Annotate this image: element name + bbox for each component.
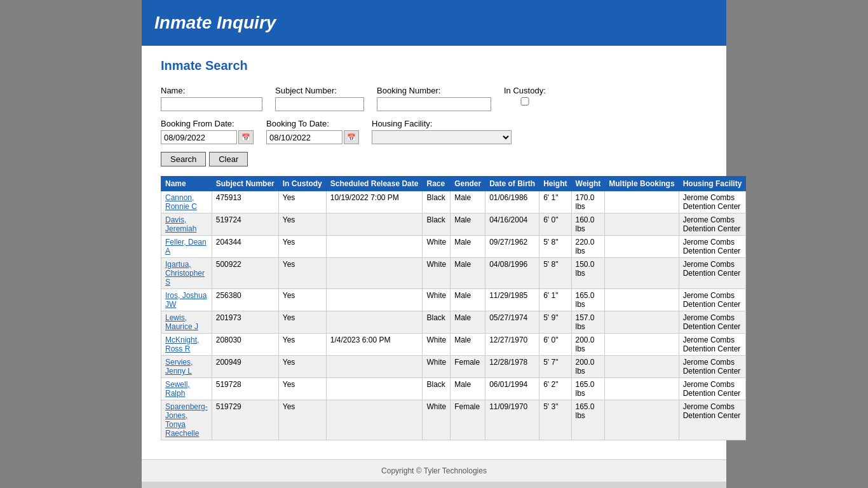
- housing-container: Housing Facility: Jerome Combs Detention…: [372, 119, 512, 144]
- cell-multiple-bookings: [605, 311, 679, 334]
- name-label: Name:: [161, 86, 262, 95]
- cell-gender: Male: [451, 334, 485, 356]
- cell-dob: 12/28/1978: [485, 356, 539, 378]
- booking-label: Booking Number:: [377, 86, 491, 95]
- cell-multiple-bookings: [605, 400, 679, 440]
- cell-name[interactable]: Iros, Joshua JW: [161, 289, 212, 311]
- inmate-name-link[interactable]: Iros, Joshua JW: [165, 291, 207, 309]
- app-container: Inmate Inquiry Inmate Search Name: Subje…: [142, 0, 726, 488]
- cell-subject: 519728: [212, 378, 278, 400]
- cell-name[interactable]: Sparenberg-Jones, Tonya Raechelle: [161, 400, 212, 440]
- cell-name[interactable]: Sewell, Ralph: [161, 378, 212, 400]
- booking-to-label: Booking To Date:: [266, 119, 359, 128]
- cell-gender: Female: [451, 356, 485, 378]
- name-input[interactable]: [161, 97, 262, 111]
- cell-facility: Jerome Combs Detention Center: [679, 236, 746, 258]
- booking-to-input[interactable]: [266, 130, 342, 144]
- cell-in-custody: Yes: [278, 356, 326, 378]
- cell-weight: 165.0 lbs: [571, 400, 605, 440]
- inmate-name-link[interactable]: McKnight, Ross R: [165, 336, 199, 353]
- search-form: Name: Subject Number: Booking Number: In…: [161, 86, 707, 166]
- cell-facility: Jerome Combs Detention Center: [679, 400, 746, 440]
- booking-from-wrapper: 📅: [161, 130, 254, 144]
- booking-from-label: Booking From Date:: [161, 119, 254, 128]
- cell-release-date: 10/19/2022 7:00 PM: [326, 191, 423, 214]
- cell-subject: 208030: [212, 334, 278, 356]
- results-table: Name Subject Number In Custody Scheduled…: [161, 176, 746, 440]
- cell-name[interactable]: Cannon, Ronnie C: [161, 191, 212, 214]
- content-area: Inmate Search Name: Subject Number: Book…: [142, 46, 726, 459]
- booking-to-calendar-button[interactable]: 📅: [344, 130, 359, 144]
- cell-dob: 11/09/1970: [485, 400, 539, 440]
- booking-field-container: Booking Number:: [377, 86, 491, 111]
- cell-height: 5' 7": [539, 356, 571, 378]
- cell-name[interactable]: McKnight, Ross R: [161, 334, 212, 356]
- booking-from-container: Booking From Date: 📅: [161, 119, 254, 144]
- form-row-2: Booking From Date: 📅 Booking To Date: 📅 …: [161, 119, 707, 144]
- cell-dob: 12/27/1970: [485, 334, 539, 356]
- booking-to-wrapper: 📅: [266, 130, 359, 144]
- cell-name[interactable]: Feller, Dean A: [161, 236, 212, 258]
- header: Inmate Inquiry: [142, 0, 726, 46]
- clear-button[interactable]: Clear: [209, 152, 248, 166]
- cell-multiple-bookings: [605, 236, 679, 258]
- cell-gender: Male: [451, 191, 485, 214]
- col-race: Race: [423, 177, 451, 191]
- cell-facility: Jerome Combs Detention Center: [679, 334, 746, 356]
- cell-name[interactable]: Lewis, Maurice J: [161, 311, 212, 334]
- cell-race: Black: [423, 214, 451, 236]
- search-button[interactable]: Search: [161, 152, 206, 166]
- footer-text: Copyright © Tyler Technologies: [381, 466, 487, 475]
- booking-from-calendar-button[interactable]: 📅: [238, 130, 254, 144]
- cell-subject: 200949: [212, 356, 278, 378]
- inmate-name-link[interactable]: Servies, Jenny L: [165, 358, 193, 376]
- page-title: Inmate Search: [161, 58, 707, 73]
- inmate-name-link[interactable]: Feller, Dean A: [165, 238, 207, 255]
- cell-subject: 519729: [212, 400, 278, 440]
- cell-subject: 519724: [212, 214, 278, 236]
- table-row: Iros, Joshua JW256380YesWhiteMale11/29/1…: [161, 289, 746, 311]
- housing-select[interactable]: Jerome Combs Detention Center: [372, 130, 512, 144]
- cell-weight: 220.0 lbs: [571, 236, 605, 258]
- subject-input[interactable]: [275, 97, 364, 111]
- cell-race: White: [423, 356, 451, 378]
- cell-name[interactable]: Igartua, Christopher S: [161, 258, 212, 289]
- table-row: McKnight, Ross R208030Yes1/4/2023 6:00 P…: [161, 334, 746, 356]
- cell-in-custody: Yes: [278, 191, 326, 214]
- col-dob: Date of Birth: [485, 177, 539, 191]
- table-body: Cannon, Ronnie C475913Yes10/19/2022 7:00…: [161, 191, 746, 440]
- cell-facility: Jerome Combs Detention Center: [679, 378, 746, 400]
- cell-name[interactable]: Servies, Jenny L: [161, 356, 212, 378]
- booking-input[interactable]: [377, 97, 491, 111]
- cell-release-date: [326, 289, 423, 311]
- cell-facility: Jerome Combs Detention Center: [679, 258, 746, 289]
- col-release-date: Scheduled Release Date: [326, 177, 423, 191]
- cell-name[interactable]: Davis, Jeremiah: [161, 214, 212, 236]
- cell-weight: 157.0 lbs: [571, 311, 605, 334]
- in-custody-checkbox[interactable]: [504, 97, 546, 105]
- inmate-name-link[interactable]: Davis, Jeremiah: [165, 215, 196, 233]
- cell-in-custody: Yes: [278, 258, 326, 289]
- cell-dob: 11/29/1985: [485, 289, 539, 311]
- inmate-name-link[interactable]: Sewell, Ralph: [165, 380, 190, 398]
- cell-multiple-bookings: [605, 258, 679, 289]
- cell-race: Black: [423, 311, 451, 334]
- booking-from-input[interactable]: [161, 130, 237, 144]
- inmate-name-link[interactable]: Cannon, Ronnie C: [165, 193, 197, 211]
- col-weight: Weight: [571, 177, 605, 191]
- cell-gender: Male: [451, 378, 485, 400]
- cell-facility: Jerome Combs Detention Center: [679, 191, 746, 214]
- in-custody-container: In Custody:: [504, 86, 546, 105]
- inmate-name-link[interactable]: Sparenberg-Jones, Tonya Raechelle: [165, 402, 208, 438]
- cell-gender: Male: [451, 214, 485, 236]
- cell-weight: 150.0 lbs: [571, 258, 605, 289]
- table-row: Lewis, Maurice J201973YesBlackMale05/27/…: [161, 311, 746, 334]
- cell-in-custody: Yes: [278, 236, 326, 258]
- cell-race: White: [423, 400, 451, 440]
- table-header-row: Name Subject Number In Custody Scheduled…: [161, 177, 746, 191]
- cell-dob: 04/16/2004: [485, 214, 539, 236]
- inmate-name-link[interactable]: Igartua, Christopher S: [165, 260, 205, 287]
- cell-weight: 160.0 lbs: [571, 214, 605, 236]
- cell-height: 5' 8": [539, 258, 571, 289]
- inmate-name-link[interactable]: Lewis, Maurice J: [165, 313, 198, 331]
